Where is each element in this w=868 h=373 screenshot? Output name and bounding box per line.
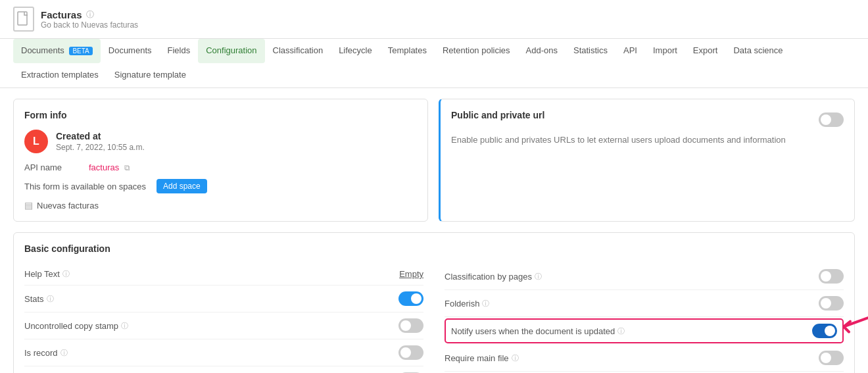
beta-badge: BETA <box>69 47 92 55</box>
require-main-label: Require main file ⓘ <box>445 353 519 363</box>
nav-item-documents[interactable]: Documents <box>101 39 160 63</box>
nav-item-statistics[interactable]: Statistics <box>566 39 615 63</box>
space-icon: ▤ <box>24 200 33 211</box>
nav-item-signature-template[interactable]: Signature template <box>107 63 194 87</box>
help-text-label: Help Text ⓘ <box>24 269 70 279</box>
nav-item-addons[interactable]: Add-ons <box>518 39 566 63</box>
nav-item-templates[interactable]: Templates <box>380 39 435 63</box>
public-url-panel: Public and private url Enable public and… <box>439 99 855 222</box>
created-date: Sept. 7, 2022, 10:55 a.m. <box>56 143 145 152</box>
api-name-value: facturas <box>89 162 119 172</box>
config-row-require-main: Require main file ⓘ <box>445 345 844 372</box>
spaces-label: This form is available on spaces <box>24 182 146 191</box>
created-by-label: Created at <box>56 131 145 141</box>
nav-item-retention[interactable]: Retention policies <box>435 39 518 63</box>
title-info-icon[interactable]: ⓘ <box>86 9 94 20</box>
notify-label: Notify users when the document is update… <box>451 326 625 336</box>
top-panels: Form info L Created at Sept. 7, 2022, 10… <box>13 99 855 222</box>
svg-rect-0 <box>18 12 27 25</box>
basic-config-title: Basic configuration <box>24 243 844 254</box>
space-name: Nuevas facturas <box>37 201 99 211</box>
folderish-info-icon[interactable]: ⓘ <box>482 299 489 309</box>
config-row-stats: Stats ⓘ <box>24 286 423 312</box>
classification-toggle[interactable] <box>819 269 844 284</box>
content-area: Form info L Created at Sept. 7, 2022, 10… <box>0 88 868 373</box>
config-row-is-record: Is record ⓘ <box>24 339 423 366</box>
top-bar: Facturas ⓘ Go back to Nuevas facturas <box>0 0 868 39</box>
stats-label: Stats ⓘ <box>24 294 54 304</box>
spaces-row: This form is available on spaces Add spa… <box>24 179 417 193</box>
classification-label: Classification by pages ⓘ <box>445 272 542 282</box>
config-left-col: Help Text ⓘ Empty Stats ⓘ <box>24 263 423 373</box>
copy-icon[interactable]: ⧉ <box>124 163 130 172</box>
help-text-empty-link[interactable]: Empty <box>399 269 423 279</box>
is-record-label: Is record ⓘ <box>24 348 68 358</box>
nav-item-api[interactable]: API <box>615 39 645 63</box>
config-row-copy-stamp: Uncontrolled copy stamp ⓘ <box>24 312 423 339</box>
help-text-info-icon[interactable]: ⓘ <box>62 269 70 279</box>
config-grid: Help Text ⓘ Empty Stats ⓘ <box>24 263 844 373</box>
require-main-info-icon[interactable]: ⓘ <box>512 353 519 363</box>
api-name-label: API name <box>24 162 84 172</box>
stats-info-icon[interactable]: ⓘ <box>47 294 54 304</box>
nav-item-documents-beta[interactable]: Documents BETA <box>13 39 101 63</box>
basic-config-panel: Basic configuration Help Text ⓘ Empty St… <box>13 232 855 373</box>
copy-stamp-info-icon[interactable]: ⓘ <box>121 321 128 331</box>
public-url-description: Enable public and privates URLs to let e… <box>451 135 844 145</box>
nav-item-lifecycle[interactable]: Lifecycle <box>331 39 380 63</box>
nav-item-fields[interactable]: Fields <box>160 39 199 63</box>
copy-stamp-toggle[interactable] <box>398 318 423 333</box>
stats-toggle[interactable] <box>398 291 423 306</box>
avatar: L <box>24 130 48 153</box>
copy-stamp-label: Uncontrolled copy stamp ⓘ <box>24 321 128 331</box>
nav-item-configuration[interactable]: Configuration <box>198 39 264 63</box>
nav-bar: Documents BETA Documents Fields Configur… <box>0 39 868 88</box>
config-row-notify: Notify users when the document is update… <box>445 318 844 343</box>
doc-title-area: Facturas ⓘ Go back to Nuevas facturas <box>41 9 138 30</box>
config-row-classification: Classification by pages ⓘ <box>445 263 844 290</box>
is-record-toggle[interactable] <box>398 345 423 360</box>
form-info-panel: Form info L Created at Sept. 7, 2022, 10… <box>13 99 428 222</box>
config-row-folderish: Folderish ⓘ <box>445 290 844 317</box>
nav-item-classification[interactable]: Classification <box>265 39 331 63</box>
public-url-header: Public and private url <box>451 110 844 130</box>
form-info-title: Form info <box>24 110 417 120</box>
config-right-col: Classification by pages ⓘ Folderish ⓘ <box>445 263 844 373</box>
folderish-toggle[interactable] <box>819 296 844 311</box>
notify-toggle[interactable] <box>812 324 837 338</box>
nav-item-export[interactable]: Export <box>685 39 726 63</box>
doc-title: Facturas <box>41 9 82 20</box>
config-row-allow-update: Allow update main file ⓘ <box>24 366 423 373</box>
public-url-title: Public and private url <box>451 110 544 120</box>
is-record-info-icon[interactable]: ⓘ <box>60 348 68 358</box>
public-url-toggle[interactable] <box>819 112 844 127</box>
require-main-toggle[interactable] <box>819 351 844 365</box>
config-row-help-text: Help Text ⓘ Empty <box>24 263 423 286</box>
nav-item-extraction-templates[interactable]: Extraction templates <box>13 63 107 87</box>
go-back-link[interactable]: Go back to Nuevas facturas <box>41 20 138 30</box>
notify-info-icon[interactable]: ⓘ <box>617 326 625 336</box>
classification-info-icon[interactable]: ⓘ <box>535 272 542 282</box>
nav-item-import[interactable]: Import <box>645 39 685 63</box>
form-creator-row: L Created at Sept. 7, 2022, 10:55 a.m. <box>24 130 417 153</box>
folderish-label: Folderish ⓘ <box>445 299 489 309</box>
add-space-button[interactable]: Add space <box>157 179 207 193</box>
document-icon <box>13 7 34 32</box>
api-name-row: API name facturas ⧉ <box>24 162 417 172</box>
nav-item-data-science[interactable]: Data science <box>725 39 790 63</box>
space-item: ▤ Nuevas facturas <box>24 200 417 211</box>
